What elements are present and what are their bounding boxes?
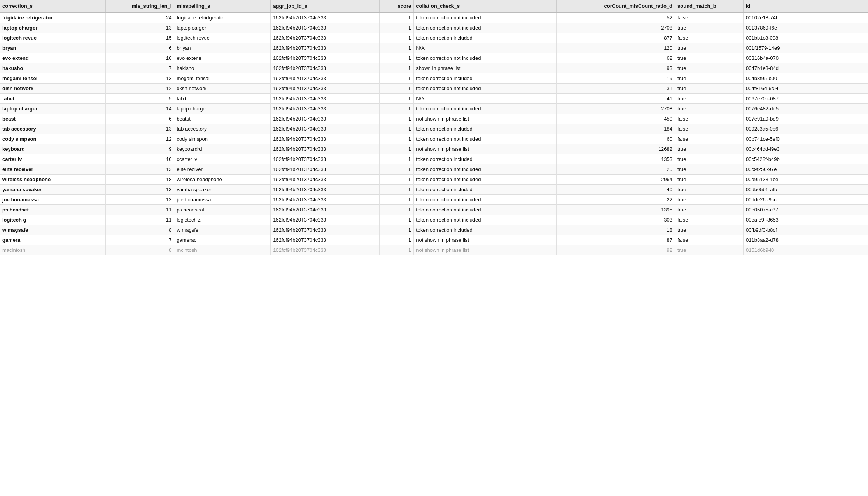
table-row: keyboard9keyboardrd162fcf94b20T3704c3331…: [0, 144, 868, 154]
table-cell: 6: [106, 43, 174, 53]
table-row: tab accessory13tab accestory162fcf94b20T…: [0, 124, 868, 134]
table-cell: 11: [106, 215, 174, 225]
table-cell: 92: [557, 245, 675, 255]
table-cell: tab accestory: [174, 124, 271, 134]
table-cell: 1: [380, 23, 414, 33]
table-cell: yamha speaker: [174, 185, 271, 195]
table-cell: yamaha speaker: [0, 185, 106, 195]
table-cell: 87: [557, 235, 675, 245]
table-cell: 22: [557, 195, 675, 205]
table-cell: true: [675, 73, 744, 84]
table-cell: 24: [106, 12, 174, 23]
table-cell: 1: [380, 104, 414, 114]
table-cell: token correction included: [414, 154, 557, 164]
table-cell: true: [675, 185, 744, 195]
table-cell: token correction not included: [414, 205, 557, 215]
table-cell: token correction included: [414, 225, 557, 235]
table-cell: 1: [380, 154, 414, 164]
table-row: w magsafe8w magsfe162fcf94b20T3704c3331t…: [0, 225, 868, 235]
table-cell: not shown in phrase list: [414, 245, 557, 255]
table-cell: token correction not included: [414, 23, 557, 33]
table-cell: 13: [106, 164, 174, 175]
table-cell: 7: [106, 235, 174, 245]
table-cell: elite receiver: [0, 164, 106, 175]
table-row: logitech g11logictech z162fcf94b20T3704c…: [0, 215, 868, 225]
data-table: correction_s mis_string_len_i misspellin…: [0, 0, 868, 255]
table-cell: gamerac: [174, 235, 271, 245]
table-cell: 162fcf94b20T3704c333: [271, 235, 380, 245]
table-cell: laptip charger: [174, 104, 271, 114]
table-cell: 10: [106, 53, 174, 63]
table-cell: dksh network: [174, 84, 271, 94]
table-cell: false: [675, 235, 744, 245]
table-cell: true: [675, 43, 744, 53]
col-header-corcnt[interactable]: corCount_misCount_ratio_d: [557, 0, 675, 12]
table-cell: 00b741ce-5ef0: [744, 134, 868, 144]
table-cell: 162fcf94b20T3704c333: [271, 114, 380, 124]
table-cell: carter iv: [0, 154, 106, 164]
table-cell: 00dde26f-9cc: [744, 195, 868, 205]
table-cell: true: [675, 245, 744, 255]
table-cell: false: [675, 134, 744, 144]
col-header-id[interactable]: id: [744, 0, 868, 12]
table-cell: token correction included: [414, 185, 557, 195]
table-cell: megami tensai: [174, 73, 271, 84]
table-cell: 1: [380, 235, 414, 245]
table-cell: 2964: [557, 175, 675, 185]
table-cell: 162fcf94b20T3704c333: [271, 154, 380, 164]
table-cell: 00d95133-1ce: [744, 175, 868, 185]
table-cell: 1: [380, 245, 414, 255]
table-cell: 18: [557, 225, 675, 235]
table-cell: 162fcf94b20T3704c333: [271, 94, 380, 104]
table-cell: true: [675, 154, 744, 164]
table-cell: not shown in phrase list: [414, 235, 557, 245]
table-row: evo extend10evo extene162fcf94b20T3704c3…: [0, 53, 868, 63]
table-cell: 12: [106, 84, 174, 94]
table-cell: false: [675, 124, 744, 134]
table-cell: beast: [0, 114, 106, 124]
table-cell: true: [675, 53, 744, 63]
table-cell: 011b8aa2-d78: [744, 235, 868, 245]
col-header-collation[interactable]: collation_check_s: [414, 0, 557, 12]
table-cell: ps headseat: [174, 205, 271, 215]
table-cell: 162fcf94b20T3704c333: [271, 134, 380, 144]
table-cell: 00fb9df0-b8cf: [744, 225, 868, 235]
table-cell: 41: [557, 94, 675, 104]
table-cell: N/A: [414, 94, 557, 104]
table-cell: token correction included: [414, 33, 557, 43]
table-cell: 162fcf94b20T3704c333: [271, 73, 380, 84]
table-row: ps headset11ps headseat162fcf94b20T3704c…: [0, 205, 868, 215]
table-cell: 60: [557, 134, 675, 144]
col-header-sound[interactable]: sound_match_b: [675, 0, 744, 12]
table-cell: cody simpson: [0, 134, 106, 144]
table-cell: frigidaire refrigerator: [0, 12, 106, 23]
col-header-misspelling[interactable]: misspelling_s: [174, 0, 271, 12]
col-header-score[interactable]: score: [380, 0, 414, 12]
table-cell: 162fcf94b20T3704c333: [271, 225, 380, 235]
col-header-correction[interactable]: correction_s: [0, 0, 106, 12]
table-cell: ps headset: [0, 205, 106, 215]
table-cell: 1: [380, 94, 414, 104]
table-cell: logitech g: [0, 215, 106, 225]
table-cell: tab accessory: [0, 124, 106, 134]
table-cell: 00316b4a-070: [744, 53, 868, 63]
table-row: hakusho7hakisho162fcf94b20T3704c3331show…: [0, 63, 868, 73]
table-cell: 007e91a9-bd9: [744, 114, 868, 124]
table-cell: 10: [106, 154, 174, 164]
table-row: laptop charger14laptip charger162fcf94b2…: [0, 104, 868, 114]
table-cell: 11: [106, 205, 174, 215]
table-cell: 9: [106, 144, 174, 154]
table-cell: 00102e18-74f: [744, 12, 868, 23]
table-cell: 162fcf94b20T3704c333: [271, 104, 380, 114]
table-row: tabet5tab t162fcf94b20T3704c3331N/A41tru…: [0, 94, 868, 104]
table-cell: 40: [557, 185, 675, 195]
table-cell: 004b8f95-b00: [744, 73, 868, 84]
table-cell: 2708: [557, 23, 675, 33]
table-cell: true: [675, 164, 744, 175]
table-cell: 1: [380, 215, 414, 225]
table-cell: ccarter iv: [174, 154, 271, 164]
col-header-mis-len[interactable]: mis_string_len_i: [106, 0, 174, 12]
table-cell: not shown in phrase list: [414, 144, 557, 154]
col-header-aggr[interactable]: aggr_job_id_s: [271, 0, 380, 12]
table-cell: logitech revue: [0, 33, 106, 43]
